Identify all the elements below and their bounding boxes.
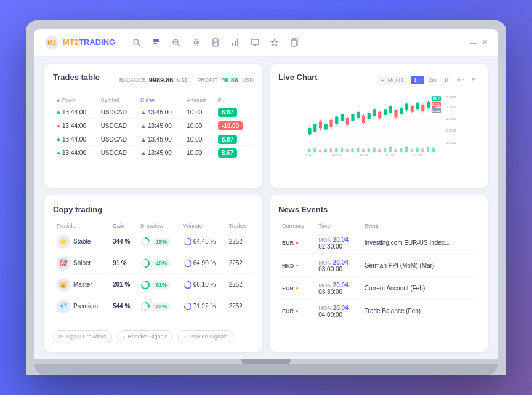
document-nav-icon[interactable]	[210, 37, 221, 48]
copy-row: ⭐ Stable 344 % 15% 64.48 % 2	[54, 232, 252, 252]
svg-rect-51	[346, 118, 349, 124]
provide-signals-label: Provide Signals	[189, 333, 228, 340]
svg-rect-90	[308, 149, 310, 152]
svg-rect-79	[421, 105, 424, 111]
svg-rect-91	[313, 148, 316, 152]
svg-text:1.0760: 1.0760	[446, 129, 456, 132]
signal-providers-label: Signal Providers	[66, 333, 107, 340]
trades-table-card: Trades table BALANCE 9989.86 USD PROFIT …	[44, 64, 262, 188]
copy-winrate: 66.10 %	[181, 275, 225, 295]
profit-value: 46.86	[221, 76, 238, 84]
magnify-nav-icon[interactable]	[171, 37, 182, 48]
app-window: M2 MT2TRADING	[34, 29, 498, 359]
svg-rect-94	[329, 148, 332, 152]
signal-providers-button[interactable]: ⟳ Signal Providers	[53, 330, 112, 343]
tf-extra[interactable]: 6 e	[454, 76, 467, 84]
trade-close: ▲13:45:00	[138, 134, 183, 146]
svg-rect-98	[351, 148, 353, 152]
copy-provider: 👑 Master	[54, 275, 109, 295]
svg-rect-71	[400, 107, 403, 114]
provide-signals-button[interactable]: ↑ Provide Signals	[178, 330, 233, 343]
news-time: MON 20.04 02:30:00	[316, 233, 361, 254]
svg-marker-23	[271, 39, 278, 46]
svg-text:SELL: SELL	[432, 108, 441, 112]
copy-row: 💎 Premium 544 % 22% 71.22 %	[54, 297, 252, 316]
news-row: EUR ● MON 20.04 02:30:00 Investing.com E…	[280, 233, 478, 254]
tf-1m[interactable]: 1m	[411, 76, 425, 84]
close-button[interactable]: ✕	[482, 38, 488, 46]
copy-drawdown: 61%	[138, 275, 180, 295]
copy-trades: 2252	[227, 232, 252, 252]
copy-gain: 91 %	[110, 253, 137, 274]
news-time: MON 20.04 03:30:00	[316, 278, 361, 300]
monitor-nav-icon[interactable]	[249, 37, 260, 48]
news-event: Trade Balance (Feb)	[362, 301, 478, 322]
tf-2m[interactable]: 2m	[425, 76, 440, 84]
minimize-button[interactable]: —	[470, 39, 477, 46]
receive-signals-icon: ↓	[123, 333, 126, 340]
svg-rect-61	[373, 109, 376, 116]
tf-1h[interactable]: 1h	[441, 76, 453, 84]
svg-rect-47	[335, 116, 338, 123]
trade-symbol: USDCAD	[99, 120, 137, 132]
svg-text:41626: 41626	[413, 154, 422, 157]
window-controls: — ✕	[470, 38, 488, 46]
svg-rect-102	[373, 147, 375, 152]
trade-row: ●13:44:00 USDCAD ▲13:45:00 10.00 8.67	[54, 106, 252, 119]
trade-amount: 10.00	[184, 134, 214, 146]
col-amount: Amount	[184, 95, 214, 105]
star-nav-icon[interactable]	[269, 37, 280, 48]
svg-rect-81	[427, 102, 430, 108]
svg-rect-49	[341, 114, 344, 121]
receive-signals-label: Receive Signals	[128, 333, 168, 340]
svg-rect-25	[291, 40, 296, 46]
laptop-base	[34, 364, 498, 375]
svg-rect-53	[351, 114, 354, 121]
trade-row: ●13:44:00 USDCAD ▲13:45:00 10.00 8.67	[54, 134, 252, 146]
svg-rect-111	[421, 148, 424, 152]
balance-currency: USD	[177, 77, 188, 83]
nav-icons	[131, 37, 461, 48]
logo-icon: M2	[44, 35, 59, 50]
trade-pl: 8.67	[216, 106, 252, 119]
chart-area: 1.0860 1.0820 1.0790 1.0760 1.0740	[278, 93, 479, 179]
svg-text:BUY: BUY	[433, 97, 440, 100]
svg-text:1.0820: 1.0820	[446, 105, 456, 108]
svg-rect-96	[341, 147, 343, 152]
svg-rect-67	[389, 106, 392, 113]
news-currency: EUR ●	[280, 233, 315, 254]
trade-close: ▲13:45:00	[138, 106, 183, 119]
profit-currency: USD	[242, 77, 254, 83]
col-close: Close	[138, 95, 183, 105]
col-open: ● Open	[54, 95, 97, 105]
svg-rect-105	[389, 146, 392, 152]
svg-rect-92	[319, 149, 321, 151]
receive-signals-button[interactable]: ↓ Receive Signals	[117, 330, 174, 343]
copy-winrate: 71.22 %	[181, 297, 225, 316]
tf-expand[interactable]: ⊞	[469, 76, 479, 84]
svg-point-11	[195, 41, 198, 44]
svg-rect-110	[416, 147, 418, 152]
chart-header: Live Chart EuRusD 1m 2m 1h 6 e ⊞	[278, 73, 479, 88]
copy-row: 👑 Master 201 % 61% 66.10 %	[54, 275, 252, 295]
svg-point-12	[193, 39, 199, 46]
bars-nav-icon[interactable]	[230, 37, 241, 48]
svg-rect-63	[378, 111, 381, 118]
news-scroll[interactable]: Currency Time Event EUR ● MON 20.04 02:3…	[278, 220, 479, 323]
settings-nav-icon[interactable]	[190, 37, 201, 48]
trade-row: ●13:44:00 USDCAD ▲13:45:00 10.00 8.67	[54, 147, 252, 159]
svg-text:41625: 41625	[387, 154, 395, 157]
col-pl: P / L	[216, 95, 252, 105]
copy-nav-icon[interactable]	[289, 37, 300, 48]
svg-rect-55	[357, 111, 360, 118]
search-nav-icon[interactable]	[131, 37, 142, 48]
svg-rect-93	[324, 149, 327, 152]
svg-line-3	[139, 44, 141, 46]
tools-nav-icon[interactable]	[151, 37, 162, 48]
trade-symbol: USDCAD	[99, 134, 137, 146]
copy-provider: 🎯 Sniper	[54, 253, 109, 274]
news-currency: EUR ●	[280, 301, 315, 322]
svg-rect-37	[308, 127, 311, 134]
svg-rect-59	[368, 113, 371, 119]
svg-rect-45	[329, 119, 332, 127]
